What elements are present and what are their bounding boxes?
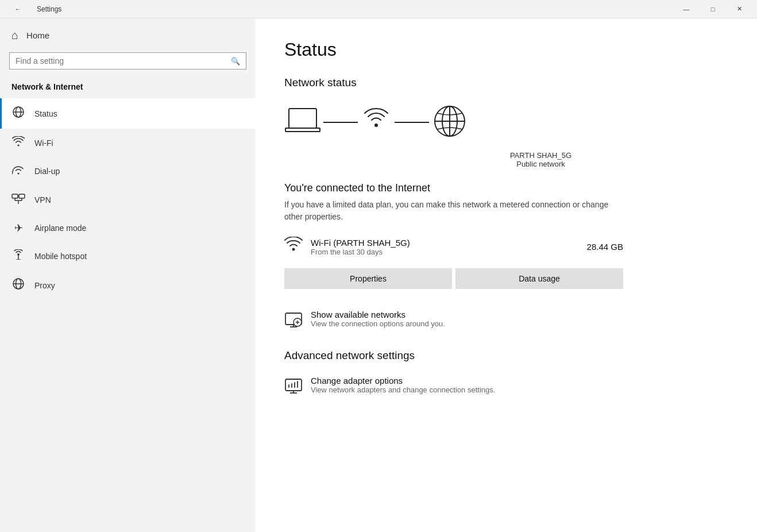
globe-icon: [431, 103, 468, 142]
connected-title: You're connected to the Internet: [284, 182, 728, 194]
show-networks-text: Show available networks View the connect…: [311, 310, 445, 328]
network-line-2: [395, 122, 429, 123]
dialup-label: Dial-up: [34, 167, 60, 176]
titlebar-title: Settings: [37, 5, 61, 13]
change-adapter-title: Change adapter options: [311, 376, 495, 385]
svg-rect-4: [12, 194, 18, 198]
sidebar-item-wifi[interactable]: Wi-Fi: [0, 129, 256, 157]
wifi-sub: From the last 30 days: [311, 248, 410, 256]
show-networks-icon: [284, 311, 303, 333]
network-line-1: [323, 122, 358, 123]
titlebar-left: ← Settings: [5, 0, 61, 18]
network-name: PARTH SHAH_5G: [353, 151, 728, 160]
change-adapter-icon: [284, 377, 303, 399]
titlebar: ← Settings — □ ✕: [0, 0, 757, 18]
svg-rect-31: [285, 379, 302, 391]
sidebar-item-vpn[interactable]: VPN: [0, 185, 256, 214]
wifi-left: Wi-Fi (PARTH SHAH_5G) From the last 30 d…: [284, 237, 410, 257]
svg-point-24: [292, 248, 295, 251]
network-labels: PARTH SHAH_5G Public network: [353, 151, 728, 168]
svg-line-3: [12, 169, 13, 174]
svg-rect-18: [289, 109, 316, 128]
minimize-button[interactable]: —: [673, 0, 700, 18]
connected-desc: If you have a limited data plan, you can…: [284, 199, 617, 223]
sidebar-item-status[interactable]: Status: [0, 98, 256, 129]
change-adapter-text: Change adapter options View network adap…: [311, 376, 495, 394]
advanced-heading: Advanced network settings: [284, 349, 728, 362]
svg-rect-19: [285, 128, 320, 132]
wifi-label: Wi-Fi: [34, 138, 53, 148]
sidebar-item-airplane[interactable]: ✈ Airplane mode: [0, 214, 256, 242]
status-icon: [11, 106, 25, 121]
show-networks-title: Show available networks: [311, 310, 445, 319]
data-usage-button[interactable]: Data usage: [455, 268, 623, 289]
search-box: 🔍: [9, 52, 246, 70]
back-button[interactable]: ←: [5, 0, 31, 18]
svg-point-11: [18, 203, 19, 204]
close-button[interactable]: ✕: [726, 0, 752, 18]
airplane-label: Airplane mode: [34, 223, 86, 233]
proxy-label: Proxy: [34, 281, 55, 290]
show-networks-sub: View the connection options around you.: [311, 319, 445, 328]
airplane-icon: ✈: [11, 222, 25, 234]
page-title: Status: [284, 39, 728, 60]
laptop-icon: [284, 106, 321, 138]
maximize-button[interactable]: □: [700, 0, 726, 18]
action-buttons: Properties Data usage: [284, 268, 623, 289]
change-adapter-row[interactable]: Change adapter options View network adap…: [284, 376, 728, 399]
show-networks-row[interactable]: Show available networks View the connect…: [284, 310, 728, 333]
content-area: Status Network status: [256, 18, 757, 532]
network-status-heading: Network status: [284, 76, 728, 89]
network-diagram: [284, 103, 728, 142]
svg-rect-5: [19, 194, 25, 198]
network-type: Public network: [353, 160, 728, 168]
router-icon: [360, 106, 392, 138]
home-label: Home: [26, 30, 49, 40]
titlebar-controls: — □ ✕: [673, 0, 752, 18]
proxy-icon: [11, 277, 25, 293]
status-label: Status: [34, 109, 57, 118]
wifi-usage-icon: [284, 237, 303, 257]
wifi-info: Wi-Fi (PARTH SHAH_5G) From the last 30 d…: [311, 238, 410, 256]
wifi-usage-row: Wi-Fi (PARTH SHAH_5G) From the last 30 d…: [284, 237, 623, 257]
vpn-label: VPN: [34, 195, 51, 205]
sidebar: ⌂ Home 🔍 Network & Internet Status: [0, 18, 256, 532]
sidebar-item-proxy[interactable]: Proxy: [0, 270, 256, 300]
home-icon: ⌂: [11, 29, 18, 42]
sidebar-item-dialup[interactable]: Dial-up: [0, 157, 256, 185]
svg-point-12: [17, 253, 20, 256]
wifi-data-amount: 28.44 GB: [587, 242, 623, 252]
search-icon-button[interactable]: 🔍: [231, 57, 240, 65]
wifi-network-name: Wi-Fi (PARTH SHAH_5G): [311, 238, 410, 248]
vpn-icon: [11, 192, 25, 207]
search-input[interactable]: [16, 56, 231, 65]
hotspot-icon: [11, 249, 25, 263]
sidebar-item-hotspot[interactable]: Mobile hotspot: [0, 242, 256, 270]
dialup-icon: [11, 164, 25, 178]
section-title: Network & Internet: [0, 79, 256, 98]
wifi-icon: [11, 136, 25, 149]
properties-button[interactable]: Properties: [284, 268, 452, 289]
app-body: ⌂ Home 🔍 Network & Internet Status: [0, 18, 757, 532]
home-nav-item[interactable]: ⌂ Home: [0, 21, 256, 50]
change-adapter-sub: View network adapters and change connect…: [311, 385, 495, 394]
hotspot-label: Mobile hotspot: [34, 252, 87, 261]
